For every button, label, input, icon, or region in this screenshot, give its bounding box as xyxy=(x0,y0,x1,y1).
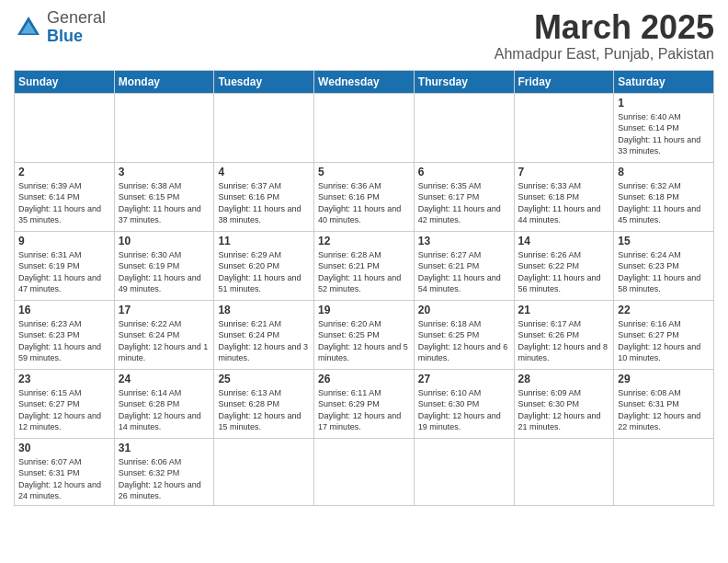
calendar-title: March 2025 xyxy=(495,9,714,46)
day-5: 5 Sunrise: 6:36 AMSunset: 6:16 PMDayligh… xyxy=(314,162,415,231)
day-30: 30 Sunrise: 6:07 AMSunset: 6:31 PMDaylig… xyxy=(15,438,115,505)
empty-cell xyxy=(514,438,614,505)
day-3: 3 Sunrise: 6:38 AMSunset: 6:15 PMDayligh… xyxy=(114,162,214,231)
empty-cell xyxy=(414,438,514,505)
empty-cell xyxy=(414,93,514,162)
logo-icon xyxy=(14,13,43,42)
day-12: 12 Sunrise: 6:28 AMSunset: 6:21 PMDaylig… xyxy=(314,231,415,300)
empty-cell xyxy=(614,438,714,505)
day-25: 25 Sunrise: 6:13 AMSunset: 6:28 PMDaylig… xyxy=(214,369,314,438)
empty-cell xyxy=(214,438,314,505)
empty-cell xyxy=(114,93,214,162)
day-13: 13 Sunrise: 6:27 AMSunset: 6:21 PMDaylig… xyxy=(414,231,514,300)
day-8: 8 Sunrise: 6:32 AMSunset: 6:18 PMDayligh… xyxy=(614,162,714,231)
empty-cell xyxy=(15,93,115,162)
logo: General Blue xyxy=(14,9,106,46)
day-11: 11 Sunrise: 6:29 AMSunset: 6:20 PMDaylig… xyxy=(214,231,314,300)
day-18: 18 Sunrise: 6:21 AMSunset: 6:24 PMDaylig… xyxy=(214,300,314,369)
week-row-3: 9 Sunrise: 6:31 AMSunset: 6:19 PMDayligh… xyxy=(15,231,714,300)
empty-cell xyxy=(314,438,415,505)
day-23: 23 Sunrise: 6:15 AMSunset: 6:27 PMDaylig… xyxy=(15,369,115,438)
header-sunday: Sunday xyxy=(15,70,115,93)
calendar-table: Sunday Monday Tuesday Wednesday Thursday… xyxy=(14,70,714,506)
week-row-5: 23 Sunrise: 6:15 AMSunset: 6:27 PMDaylig… xyxy=(15,369,714,438)
title-block: March 2025 Ahmadpur East, Punjab, Pakist… xyxy=(495,9,714,63)
weekday-header-row: Sunday Monday Tuesday Wednesday Thursday… xyxy=(15,70,714,93)
logo-blue: Blue xyxy=(47,27,83,45)
header-thursday: Thursday xyxy=(414,70,514,93)
header-monday: Monday xyxy=(114,70,214,93)
day-22: 22 Sunrise: 6:16 AMSunset: 6:27 PMDaylig… xyxy=(614,300,714,369)
day-19: 19 Sunrise: 6:20 AMSunset: 6:25 PMDaylig… xyxy=(314,300,415,369)
day-15: 15 Sunrise: 6:24 AMSunset: 6:23 PMDaylig… xyxy=(614,231,714,300)
header-saturday: Saturday xyxy=(614,70,714,93)
day-26: 26 Sunrise: 6:11 AMSunset: 6:29 PMDaylig… xyxy=(314,369,415,438)
logo-text: General Blue xyxy=(47,9,106,46)
header-wednesday: Wednesday xyxy=(314,70,415,93)
day-31: 31 Sunrise: 6:06 AMSunset: 6:32 PMDaylig… xyxy=(114,438,214,505)
day-27: 27 Sunrise: 6:10 AMSunset: 6:30 PMDaylig… xyxy=(414,369,514,438)
day-16: 16 Sunrise: 6:23 AMSunset: 6:23 PMDaylig… xyxy=(15,300,115,369)
day-17: 17 Sunrise: 6:22 AMSunset: 6:24 PMDaylig… xyxy=(114,300,214,369)
empty-cell xyxy=(214,93,314,162)
day-6: 6 Sunrise: 6:35 AMSunset: 6:17 PMDayligh… xyxy=(414,162,514,231)
empty-cell xyxy=(314,93,415,162)
week-row-2: 2 Sunrise: 6:39 AMSunset: 6:14 PMDayligh… xyxy=(15,162,714,231)
header-friday: Friday xyxy=(514,70,614,93)
day-2: 2 Sunrise: 6:39 AMSunset: 6:14 PMDayligh… xyxy=(15,162,115,231)
header-tuesday: Tuesday xyxy=(214,70,314,93)
day-28: 28 Sunrise: 6:09 AMSunset: 6:30 PMDaylig… xyxy=(514,369,614,438)
empty-cell xyxy=(514,93,614,162)
day-4: 4 Sunrise: 6:37 AMSunset: 6:16 PMDayligh… xyxy=(214,162,314,231)
day-14: 14 Sunrise: 6:26 AMSunset: 6:22 PMDaylig… xyxy=(514,231,614,300)
day-29: 29 Sunrise: 6:08 AMSunset: 6:31 PMDaylig… xyxy=(614,369,714,438)
day-20: 20 Sunrise: 6:18 AMSunset: 6:25 PMDaylig… xyxy=(414,300,514,369)
day-7: 7 Sunrise: 6:33 AMSunset: 6:18 PMDayligh… xyxy=(514,162,614,231)
week-row-1: 1 Sunrise: 6:40 AMSunset: 6:14 PMDayligh… xyxy=(15,93,714,162)
day-9: 9 Sunrise: 6:31 AMSunset: 6:19 PMDayligh… xyxy=(15,231,115,300)
day-10: 10 Sunrise: 6:30 AMSunset: 6:19 PMDaylig… xyxy=(114,231,214,300)
week-row-6: 30 Sunrise: 6:07 AMSunset: 6:31 PMDaylig… xyxy=(15,438,714,505)
logo-general: General xyxy=(47,8,106,27)
week-row-4: 16 Sunrise: 6:23 AMSunset: 6:23 PMDaylig… xyxy=(15,300,714,369)
calendar-subtitle: Ahmadpur East, Punjab, Pakistan xyxy=(495,46,714,63)
day-21: 21 Sunrise: 6:17 AMSunset: 6:26 PMDaylig… xyxy=(514,300,614,369)
page-header: General Blue March 2025 Ahmadpur East, P… xyxy=(14,9,714,63)
day-24: 24 Sunrise: 6:14 AMSunset: 6:28 PMDaylig… xyxy=(114,369,214,438)
day-1: 1 Sunrise: 6:40 AMSunset: 6:14 PMDayligh… xyxy=(614,93,714,162)
